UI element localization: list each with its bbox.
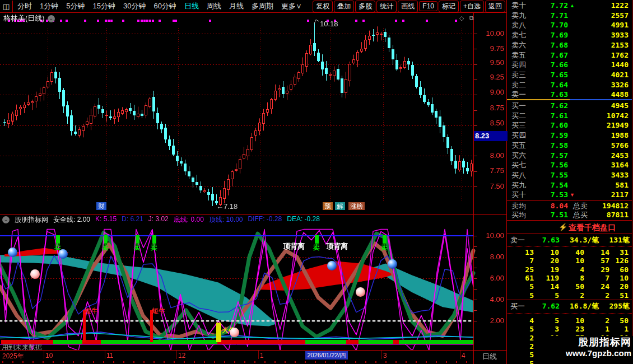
order-row-卖九[interactable]: 卖九7.712557	[507, 11, 632, 21]
menu-item-9[interactable]: 月线	[229, 1, 244, 11]
order-detail-row: 251942960	[507, 265, 630, 274]
order-level-label: 买三	[511, 120, 526, 130]
order-level-label: 买七	[511, 160, 526, 170]
menu-item-5[interactable]: 30分钟	[123, 1, 146, 11]
buy-one-price: 7.62	[530, 301, 560, 311]
order-row-买六[interactable]: 买六7.572453	[507, 151, 632, 161]
order-row-买三[interactable]: 买三7.6021949	[507, 120, 632, 130]
blue-sphere-marker-1	[8, 248, 17, 257]
toolbar-button-7[interactable]: 标记	[439, 1, 459, 12]
menu-item-3[interactable]: 5分钟	[66, 1, 85, 11]
menu-item-6[interactable]: 60分钟	[153, 1, 176, 11]
order-detail-cell: 50	[609, 316, 629, 325]
order-level-label: 卖九	[511, 11, 526, 21]
month-label-10: 10	[45, 352, 53, 360]
order-row-卖八[interactable]: 卖八7.704991	[507, 20, 632, 30]
order-level-label: 卖十	[511, 1, 526, 11]
buy-avg-label: 买均	[511, 211, 526, 220]
order-level-label: 买五	[511, 141, 526, 151]
diamond-icon[interactable]: ◇	[459, 15, 464, 22]
panel-divider-line	[506, 0, 507, 364]
order-detail-cell: 5	[507, 360, 534, 364]
menu-item-8[interactable]: 周线	[207, 1, 221, 11]
order-row-卖五[interactable]: 卖五7.671762	[507, 50, 632, 60]
order-row-卖一[interactable]: 卖一7.634488	[507, 90, 632, 100]
window-layout-icon[interactable]: ◫	[0, 1, 13, 12]
toolbar-button-1[interactable]: 复权	[313, 1, 333, 12]
menu-item-7[interactable]: 日线	[184, 1, 199, 11]
minor-date-ticks	[2, 361, 473, 363]
order-price: 7.56	[532, 160, 568, 170]
month-label-3: 3	[383, 352, 387, 360]
menu-item-2[interactable]: 1分钟	[40, 1, 58, 11]
order-detail-cell: 5	[534, 316, 559, 325]
order-detail-cell: 51	[609, 291, 629, 300]
order-volume: 2153	[611, 40, 629, 50]
order-row-卖七[interactable]: 卖七7.693933	[507, 30, 632, 40]
order-row-卖二[interactable]: 卖二7.643326	[507, 80, 632, 90]
order-row-买十[interactable]: 买十7.53▼2117	[507, 190, 632, 200]
maximize-icon[interactable]: ⧉	[469, 15, 474, 22]
total-buy-label: 总买	[573, 211, 588, 220]
chevron-down-icon[interactable]: ⌄	[48, 15, 55, 22]
toolbar-button-9[interactable]: 返回	[485, 1, 505, 12]
order-detail-cell: 2	[507, 342, 534, 351]
total-sell-label: 总卖	[573, 202, 588, 211]
order-row-买八[interactable]: 买八7.553433	[507, 170, 632, 180]
watermark-title: 股朋指标网	[551, 336, 631, 348]
collapse-icon[interactable]: ⌄	[2, 216, 10, 223]
event-badge-4[interactable]: 涨榜	[348, 202, 365, 210]
order-row-卖四[interactable]: 卖四7.661440	[507, 60, 632, 70]
order-row-买五[interactable]: 买五7.585766	[507, 141, 632, 151]
toolbar-button-2[interactable]: 叠加	[334, 1, 354, 12]
order-volume: 4945	[611, 101, 629, 111]
toolbar-button-4[interactable]: 统计	[376, 1, 397, 12]
indicator-chart[interactable]	[0, 225, 507, 351]
thousand-depth-button[interactable]: ⚡ 查看千档盘口	[507, 222, 632, 233]
buy-one-label: 买一	[510, 301, 525, 311]
sell-one-price: 7.63	[530, 235, 560, 245]
event-badge-3[interactable]: 解	[335, 202, 345, 210]
order-row-买九[interactable]: 买九7.54581	[507, 180, 632, 190]
toolbar-button-3[interactable]: 多股	[355, 1, 375, 12]
order-detail-cell: 2	[507, 334, 534, 342]
order-row-卖十[interactable]: 卖十7.72▲1222	[507, 1, 632, 11]
order-row-卖六[interactable]: 卖六7.682153	[507, 40, 632, 50]
menu-item-11[interactable]: 更多∨	[281, 1, 302, 11]
order-volume: 10742	[607, 111, 629, 121]
event-badge-2[interactable]: 预	[323, 202, 333, 210]
up-arrow-icon: ▲	[570, 1, 575, 11]
order-row-买一[interactable]: 买一7.624945	[507, 101, 632, 111]
order-row-买二[interactable]: 买二7.6110742	[507, 111, 632, 121]
price-tick-10.00: 10.00	[480, 29, 504, 38]
menu-item-4[interactable]: 15分钟	[92, 1, 115, 11]
event-badge-1[interactable]: 财	[96, 202, 106, 210]
order-detail-row: 552251	[507, 291, 630, 300]
order-price: 7.53	[532, 190, 568, 200]
order-level-label: 买六	[511, 151, 526, 161]
year-label: 2025年	[2, 352, 24, 361]
order-level-label: 买一	[511, 101, 526, 111]
chart-title-row: 格林美(日线) ⌄	[3, 13, 55, 24]
sell-signal-label-5: 卖	[313, 243, 320, 253]
indicator-value-4: D: 6.21	[122, 215, 143, 225]
sell-one-per: 34.3/笔	[570, 235, 599, 245]
order-level-label: 卖四	[511, 60, 526, 70]
month-tick-4	[258, 351, 259, 359]
order-detail-cell: 4	[559, 265, 584, 274]
order-row-卖三[interactable]: 卖三7.654021	[507, 70, 632, 80]
order-row-买七[interactable]: 买七7.563164	[507, 160, 632, 170]
order-row-买四[interactable]: 买四7.591988	[507, 130, 632, 141]
candlestick-chart[interactable]	[0, 12, 507, 214]
order-detail-cell: 4	[507, 316, 534, 325]
order-level-label: 买二	[511, 111, 526, 121]
toolbar-button-8[interactable]: +自选	[460, 1, 484, 12]
order-detail-row: 4510250	[507, 316, 630, 325]
menu-item-10[interactable]: 多周期	[252, 1, 273, 11]
indicator-header: ⌄ 股朋指标网安全线: 2.00K: 5.15D: 6.21J: 3.02底线:…	[0, 215, 509, 225]
toolbar-button-5[interactable]: 画线	[398, 1, 418, 12]
order-price: 7.71	[532, 11, 568, 21]
indicator-value-1: 股朋指标网	[15, 215, 48, 225]
toolbar-button-6[interactable]: F10	[419, 1, 437, 11]
menu-item-1[interactable]: 分时	[17, 1, 32, 11]
